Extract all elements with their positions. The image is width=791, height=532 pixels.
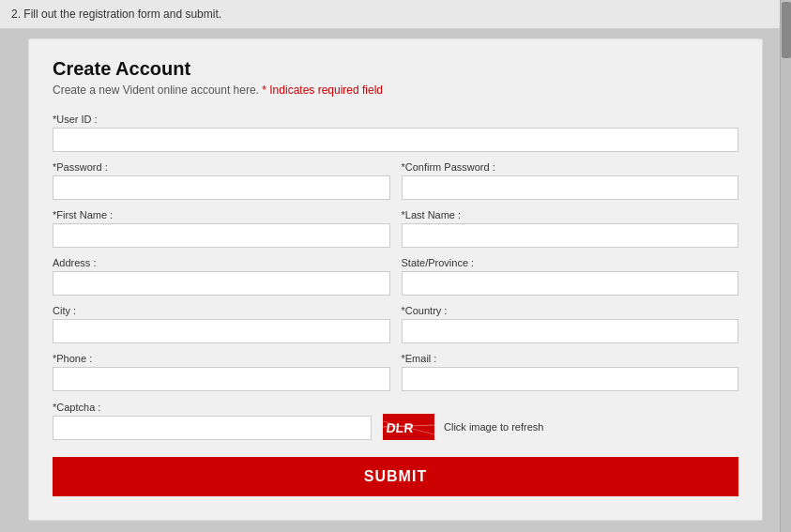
state-input[interactable] xyxy=(402,271,739,296)
page-wrapper: 2. Fill out the registration form and su… xyxy=(0,0,791,532)
password-field: *Password : xyxy=(53,161,390,200)
password-input[interactable] xyxy=(53,175,390,200)
address-row: Address : State/Province : xyxy=(53,257,738,296)
captcha-field: *Captcha : xyxy=(53,402,372,440)
form-subtitle: Create a new Vident online account here.… xyxy=(53,84,738,97)
state-label: State/Province : xyxy=(402,257,739,268)
city-field: City : xyxy=(53,305,390,343)
required-indicator: * Indicates required field xyxy=(262,84,383,97)
form-title: Create Account xyxy=(53,58,738,80)
phone-field: *Phone : xyxy=(53,353,390,391)
captcha-refresh-text[interactable]: Click image to refresh xyxy=(444,421,543,433)
email-label: *Email : xyxy=(402,353,739,364)
first-name-field: *First Name : xyxy=(53,209,390,248)
city-input[interactable] xyxy=(53,319,390,343)
subtitle-static: Create a new Vident online account here. xyxy=(53,84,259,97)
captcha-image[interactable]: DLR xyxy=(383,414,434,440)
captcha-right: DLR Click image to refresh xyxy=(383,414,543,440)
city-country-row: City : *Country : xyxy=(53,305,738,343)
password-row: *Password : *Confirm Password : xyxy=(53,161,738,200)
phone-email-row: *Phone : *Email : xyxy=(53,353,738,391)
phone-label: *Phone : xyxy=(53,353,390,364)
state-field: State/Province : xyxy=(402,257,739,296)
captcha-label: *Captcha : xyxy=(53,402,372,413)
scrollbar[interactable] xyxy=(780,0,791,532)
instruction-text: 2. Fill out the registration form and su… xyxy=(0,0,791,29)
phone-input[interactable] xyxy=(53,367,390,391)
last-name-input[interactable] xyxy=(402,223,739,248)
userid-row: *User ID : xyxy=(53,114,738,152)
email-input[interactable] xyxy=(402,367,739,391)
submit-button[interactable]: SUBMIT xyxy=(53,457,738,496)
userid-input[interactable] xyxy=(53,128,738,152)
captcha-row: *Captcha : DLR Click image to refresh xyxy=(53,401,738,440)
confirm-password-input[interactable] xyxy=(402,175,739,200)
captcha-input[interactable] xyxy=(53,416,372,440)
email-field: *Email : xyxy=(402,353,739,391)
userid-label: *User ID : xyxy=(53,114,738,125)
last-name-label: *Last Name : xyxy=(402,209,739,220)
country-field: *Country : xyxy=(402,305,739,343)
scrollbar-thumb xyxy=(782,2,791,58)
city-label: City : xyxy=(53,305,390,316)
confirm-password-field: *Confirm Password : xyxy=(402,161,739,200)
name-row: *First Name : *Last Name : xyxy=(53,209,738,248)
confirm-password-label: *Confirm Password : xyxy=(402,161,739,173)
last-name-field: *Last Name : xyxy=(402,209,739,248)
address-input[interactable] xyxy=(53,271,390,296)
address-field: Address : xyxy=(53,257,390,296)
first-name-input[interactable] xyxy=(53,223,390,248)
password-label: *Password : xyxy=(53,161,390,173)
userid-field: *User ID : xyxy=(53,114,738,152)
first-name-label: *First Name : xyxy=(53,209,390,220)
form-container: Create Account Create a new Vident onlin… xyxy=(28,38,763,521)
country-input[interactable] xyxy=(402,319,739,343)
country-label: *Country : xyxy=(402,305,739,316)
address-label: Address : xyxy=(53,257,390,268)
